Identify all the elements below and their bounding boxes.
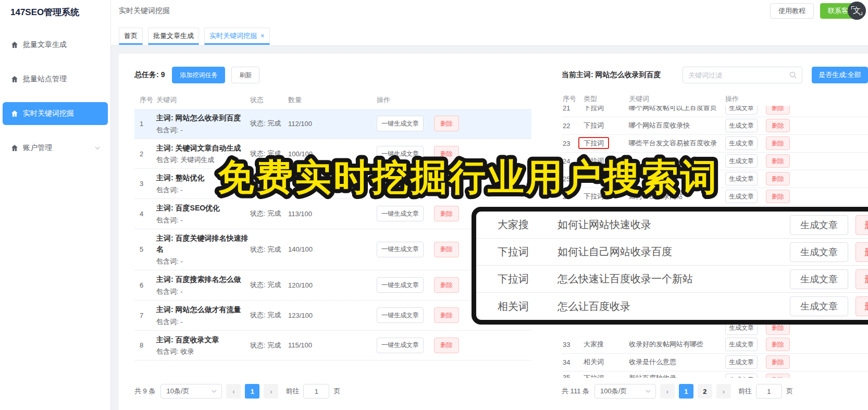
delete-button[interactable]: 删除	[766, 154, 790, 168]
page-size-select[interactable]: 10条/页	[160, 384, 222, 399]
delete-button[interactable]: 删除	[434, 146, 459, 161]
page-number-2[interactable]: 2	[698, 384, 712, 399]
home-icon	[10, 41, 19, 49]
col-ops: 操作	[377, 95, 531, 105]
page-number-1[interactable]: 1	[679, 384, 693, 399]
sidebar-item-3[interactable]: 账户管理	[3, 136, 108, 159]
delete-button[interactable]: 删除	[434, 307, 459, 323]
task-row[interactable]: 3主词: 整站优化包含词: -状态: 完成一键生成文章删除	[134, 169, 531, 199]
generate-article-button[interactable]: 一键生成文章	[377, 206, 424, 221]
delete-button[interactable]: 删除	[766, 190, 790, 203]
generate-article-button[interactable]: 生成文章	[790, 215, 848, 235]
delete-button[interactable]: 删除	[766, 338, 790, 351]
task-row[interactable]: 1主词: 网站怎么收录到百度包含词: -状态: 完成112/100一键生成文章删…	[134, 109, 531, 139]
translate-badge-icon[interactable]: 文	[848, 2, 866, 20]
row-no: 35	[563, 374, 584, 378]
sidebar-item-0[interactable]: 批量文章生成	[3, 33, 108, 56]
row-no: 6	[134, 281, 156, 289]
keyword-pagination: 共 111 条100条/页‹12›前往页	[562, 378, 868, 399]
row-main-word: 主词: 百度关键词排名快速排名	[156, 233, 250, 255]
generate-article-button[interactable]: 生成文章	[725, 190, 758, 203]
col-qty: 数量	[288, 95, 377, 105]
delete-button[interactable]: 删除	[855, 242, 868, 262]
goto-page-input[interactable]	[303, 384, 329, 399]
delete-button[interactable]: 删除	[766, 106, 790, 115]
keyword-filter-input[interactable]	[688, 71, 789, 79]
generate-article-button[interactable]: 一键生成文章	[377, 277, 424, 293]
refresh-button[interactable]: 刷新	[231, 67, 259, 83]
next-page-button[interactable]: ›	[716, 384, 731, 399]
topbar: 实时关键词挖掘 使用教程 联系客服 文	[111, 0, 868, 21]
generate-all-button[interactable]: 是否生成:全部	[812, 67, 868, 83]
sidebar-item-2[interactable]: 实时关键词挖掘	[3, 102, 108, 125]
page-unit: 页	[333, 387, 340, 396]
task-row[interactable]: 2主词: 关键词文章自动生成包含词: 关键词生成状态: 完成100/100一键生…	[134, 139, 531, 169]
main-area: 实时关键词挖掘 使用教程 联系客服 文 首页批量文章生成实时关键词挖掘× 总任务…	[111, 0, 868, 410]
row-keyword: 怎么让百度收录	[557, 300, 790, 314]
generate-article-button[interactable]: 生成文章	[725, 172, 758, 185]
generate-article-button[interactable]: 生成文章	[790, 269, 848, 289]
sidebar-item-1[interactable]: 批量站点管理	[3, 68, 108, 91]
generate-article-button[interactable]: 生成文章	[725, 338, 758, 351]
row-ops: 生成文章删除	[725, 154, 790, 168]
row-no: 7	[134, 312, 156, 319]
row-keyword: 收录好的发帖网站有哪些	[629, 340, 725, 349]
delete-button[interactable]: 删除	[434, 116, 459, 131]
generate-article-button[interactable]: 一键生成文章	[377, 176, 424, 192]
goto-page-input[interactable]	[756, 384, 782, 399]
generate-article-button[interactable]: 生成文章	[725, 136, 758, 150]
delete-button[interactable]: 删除	[855, 269, 868, 289]
generate-article-button[interactable]: 生成文章	[725, 374, 758, 378]
row-contain-word: 包含词: 收录	[156, 347, 250, 356]
row-status: 状态: 完成	[250, 245, 288, 254]
generate-article-button[interactable]: 生成文章	[725, 154, 758, 168]
page-size-select[interactable]: 100条/页	[594, 384, 656, 399]
generate-article-button[interactable]: 一键生成文章	[377, 242, 424, 257]
row-no: 2	[134, 150, 156, 158]
tab-1[interactable]: 批量文章生成	[148, 28, 199, 45]
sidebar: 147SEO管理系统 批量文章生成批量站点管理实时关键词挖掘账户管理	[0, 0, 111, 410]
generate-article-button[interactable]: 一键生成文章	[377, 307, 424, 323]
generate-article-button[interactable]: 生成文章	[725, 119, 758, 132]
row-status: 状态: 完成	[250, 119, 288, 128]
prev-page-button[interactable]: ‹	[226, 384, 241, 399]
tutorial-button[interactable]: 使用教程	[770, 3, 814, 19]
generate-article-button[interactable]: 一键生成文章	[377, 146, 424, 161]
close-tab-icon[interactable]: ×	[261, 32, 265, 40]
delete-button[interactable]: 删除	[434, 277, 459, 293]
page-number-1[interactable]: 1	[245, 384, 259, 399]
generate-article-button[interactable]: 生成文章	[790, 296, 848, 316]
row-ops: 生成文章删除	[725, 190, 790, 203]
next-page-button[interactable]: ›	[264, 384, 278, 399]
task-row[interactable]: 8主词: 百度收录文章包含词: 收录状态: 完成115/100一键生成文章删除	[134, 331, 531, 361]
delete-button[interactable]: 删除	[855, 296, 868, 316]
delete-button[interactable]: 删除	[434, 338, 459, 353]
row-keyword: 哪个网站百度收录快	[629, 121, 725, 130]
generate-article-button[interactable]: 一键生成文章	[377, 338, 424, 353]
delete-button[interactable]: 删除	[434, 242, 459, 257]
delete-button[interactable]: 删除	[855, 215, 868, 235]
goto-label: 前往	[738, 387, 752, 396]
sidebar-item-label: 账户管理	[23, 143, 52, 153]
delete-button[interactable]: 删除	[766, 136, 790, 150]
delete-button[interactable]: 删除	[766, 374, 790, 378]
generate-article-button[interactable]: 一键生成文章	[377, 116, 424, 131]
task-pagination: 共 9 条10条/页‹1›前往页	[134, 378, 531, 399]
delete-button[interactable]: 删除	[766, 355, 790, 369]
row-status: 状态: 完成	[250, 149, 288, 158]
generate-article-button[interactable]: 生成文章	[725, 106, 758, 115]
add-task-button[interactable]: 添加挖词任务	[172, 67, 225, 83]
task-toolbar: 总任务:9 添加挖词任务 刷新	[134, 67, 531, 83]
callout-row: 下拉词如何让自己网站收录百度生成文章删除	[476, 239, 868, 266]
keyword-row: 23下拉词哪些平台发文容易被百度收录生成文章删除	[562, 135, 868, 153]
delete-button[interactable]: 删除	[434, 176, 459, 192]
tab-0[interactable]: 首页	[119, 28, 143, 45]
tab-2[interactable]: 实时关键词挖掘×	[204, 28, 270, 45]
delete-button[interactable]: 删除	[766, 119, 790, 132]
delete-button[interactable]: 删除	[434, 206, 459, 221]
chevron-down-icon	[94, 145, 101, 151]
generate-article-button[interactable]: 生成文章	[725, 355, 758, 369]
delete-button[interactable]: 删除	[766, 172, 790, 185]
prev-page-button[interactable]: ‹	[660, 384, 675, 399]
generate-article-button[interactable]: 生成文章	[790, 242, 848, 262]
